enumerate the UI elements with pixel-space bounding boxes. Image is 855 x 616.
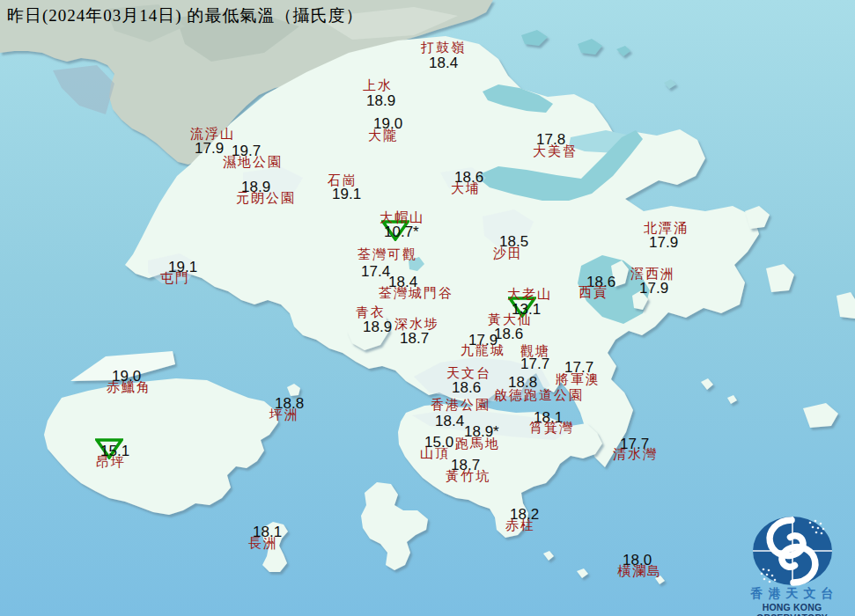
station-name-label: 大隴 xyxy=(368,128,398,143)
station-temperature-value: 17.4 xyxy=(361,264,390,279)
station-name-label: 大老山 xyxy=(507,287,552,301)
hko-logo-name-en: HONG KONG OBSERVATORY xyxy=(729,602,855,616)
hong-kong-map-image xyxy=(0,0,855,616)
station-temperature-value: 17.9 xyxy=(195,141,224,156)
station-name-label: 天文台 xyxy=(446,366,491,380)
station-name-label: 打鼓嶺 xyxy=(421,40,466,55)
station-name-label: 滘西洲 xyxy=(630,267,675,281)
station-name-label: 跑馬地 xyxy=(455,436,500,451)
station-name-label: 將軍澳 xyxy=(556,372,601,386)
station-name-label: 黃大仙 xyxy=(488,312,533,326)
weather-map: 昨日(2024年03月14日) 的最低氣溫（攝氏度） 18.4打鼓嶺18.9上水… xyxy=(0,0,855,616)
station-name-label: 長洲 xyxy=(248,536,278,550)
station-name-label: 坪洲 xyxy=(269,407,299,422)
station-temperature-value: 17.9 xyxy=(639,281,668,296)
station-temperature-value: 10.7* xyxy=(384,224,419,239)
station-name-label: 清水灣 xyxy=(613,447,658,461)
station-temperature-value: 17.9 xyxy=(649,235,678,250)
map-title: 昨日(2024年03月14日) 的最低氣溫（攝氏度） xyxy=(7,4,363,27)
station-name-label: 啟德跑道公園 xyxy=(494,388,584,402)
station-name-label: 沙田 xyxy=(493,246,523,260)
station-name-label: 山頂 xyxy=(420,446,450,460)
station-name-label: 赤鱲角 xyxy=(107,380,151,394)
station-name-label: 深水埗 xyxy=(394,317,439,331)
station-name-label: 流浮山 xyxy=(190,127,235,141)
station-name-label: 香港公園 xyxy=(431,398,490,412)
station-temperature-value: 17.7 xyxy=(520,356,549,371)
station-name-label: 上水 xyxy=(363,78,393,92)
station-name-label: 石崗 xyxy=(328,173,357,187)
station-temperature-value: 18.9 xyxy=(366,93,395,108)
station-name-label: 赤柱 xyxy=(505,518,535,532)
station-name-label: 觀塘 xyxy=(520,344,550,358)
station-name-label: 元朗公園 xyxy=(236,191,296,205)
station-temperature-value: 18.6 xyxy=(494,326,523,341)
station-name-label: 荃灣可觀 xyxy=(357,247,417,261)
hko-logo: 香港天文台 HONG KONG OBSERVATORY xyxy=(729,509,855,616)
station-name-label: 濕地公園 xyxy=(223,155,283,169)
station-temperature-value: 18.7 xyxy=(400,331,429,346)
station-name-label: 西貢 xyxy=(579,285,608,299)
station-temperature-value: 18.4 xyxy=(429,55,458,70)
station-name-label: 筲箕灣 xyxy=(529,421,574,435)
station-name-label: 橫瀾島 xyxy=(617,564,662,578)
station-temperature-value: 18.9 xyxy=(363,319,392,334)
station-name-label: 黃竹坑 xyxy=(446,469,490,483)
station-name-label: 大帽山 xyxy=(380,210,424,224)
station-name-label: 屯門 xyxy=(160,271,190,285)
station-name-label: 大美督 xyxy=(533,144,578,158)
station-name-label: 青衣 xyxy=(356,305,386,319)
station-temperature-value: 18.4 xyxy=(435,414,464,429)
station-temperature-value: 18.6 xyxy=(452,380,481,395)
station-name-label: 九龍城 xyxy=(461,343,505,357)
hko-logo-name-cn: 香港天文台 xyxy=(729,586,855,602)
station-name-label: 大埔 xyxy=(451,181,481,195)
station-name-label: 荃灣城門谷 xyxy=(379,286,453,300)
station-temperature-value: 19.1 xyxy=(332,187,361,202)
station-name-label: 昂坪 xyxy=(96,455,126,469)
station-name-label: 北潭涌 xyxy=(644,221,689,235)
